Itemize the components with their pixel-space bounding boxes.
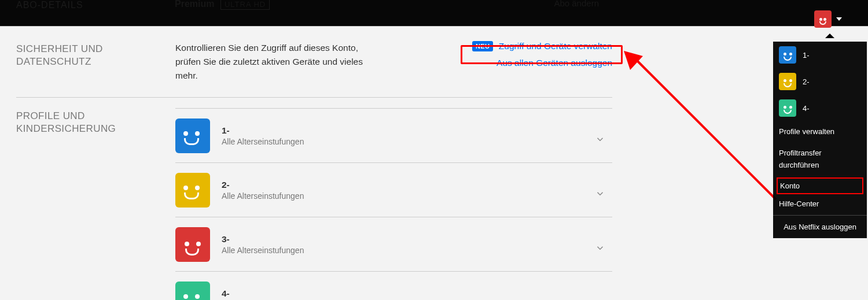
dropdown-profile-name: 2-	[803, 77, 810, 86]
plan-name: Premium	[175, 0, 214, 9]
chevron-down-icon	[595, 243, 605, 255]
profile-avatar-icon	[779, 73, 796, 90]
profile-rating-label: Alle Alterseinstufungen	[222, 246, 304, 255]
logout-link[interactable]: Aus Netflix ausloggen	[773, 216, 867, 238]
security-section-title: SICHERHEIT UND DATENSCHUTZ	[16, 41, 175, 83]
profile-menu-trigger[interactable]	[814, 10, 842, 28]
profile-avatar-icon	[175, 227, 210, 262]
security-section: SICHERHEIT UND DATENSCHUTZ Kontrollieren…	[16, 41, 612, 83]
help-center-link[interactable]: Hilfe-Center	[773, 196, 867, 215]
logout-all-devices-link[interactable]: Aus allen Geräten ausloggen	[496, 58, 612, 68]
profile-dropdown-menu: 1-2-4- Profile verwalten Profiltransfer …	[773, 42, 867, 238]
profile-avatar-icon	[779, 46, 796, 64]
dropdown-profile-name: 4-	[803, 104, 810, 113]
profile-rating-label: Alle Alterseinstufungen	[222, 191, 304, 201]
plan-badge: ULTRA HD	[220, 0, 270, 10]
dropdown-profile-item[interactable]: 2-	[773, 68, 867, 95]
profile-row[interactable]: 2-Alle Alterseinstufungen	[175, 163, 612, 217]
profile-row[interactable]: 4-Alle Alterseinstufungen	[175, 272, 612, 300]
profile-avatar-icon	[175, 282, 210, 300]
dropdown-profile-item[interactable]: 1-	[773, 42, 867, 68]
change-plan-link[interactable]: Abo ändern	[554, 0, 599, 8]
menu-pointer-icon	[825, 34, 834, 38]
profile-avatar-icon	[175, 173, 210, 208]
profile-name: 2-	[222, 180, 304, 190]
manage-access-link-row[interactable]: NEU Zugriff und Geräte verwalten	[472, 41, 612, 51]
dimmed-header: ABO-DETAILS Premium ULTRA HD Abo ändern	[0, 0, 868, 26]
plan-indicator: Premium ULTRA HD	[175, 0, 270, 10]
profile-avatar-icon	[175, 118, 210, 153]
manage-access-link[interactable]: Zugriff und Geräte verwalten	[499, 41, 612, 51]
abo-details-heading: ABO-DETAILS	[16, 0, 83, 10]
dropdown-profile-item[interactable]: 4-	[773, 95, 867, 121]
dropdown-profile-name: 1-	[803, 51, 810, 60]
profile-rating-label: Alle Alterseinstufungen	[222, 137, 304, 146]
profile-name: 1-	[222, 125, 304, 136]
manage-profiles-link[interactable]: Profile verwalten	[773, 121, 867, 143]
new-badge: NEU	[472, 41, 493, 51]
chevron-down-icon	[595, 297, 605, 300]
security-description: Kontrollieren Sie den Zugriff auf dieses…	[175, 41, 378, 83]
profile-name: 3-	[222, 234, 304, 245]
profile-row[interactable]: 3-Alle Alterseinstufungen	[175, 217, 612, 272]
section-divider	[16, 97, 612, 98]
profiles-section-title: PROFILE UND KINDERSICHERUNG	[16, 108, 175, 300]
transfer-profile-link[interactable]: Profiltransfer durchführen	[773, 143, 867, 176]
profiles-section: PROFILE UND KINDERSICHERUNG 1-Alle Alter…	[16, 108, 612, 300]
chevron-down-icon	[595, 134, 605, 147]
account-link[interactable]: Konto	[777, 177, 863, 194]
profile-row[interactable]: 1-Alle Alterseinstufungen	[175, 108, 612, 163]
profile-avatar-icon	[779, 99, 796, 117]
chevron-down-icon	[595, 188, 605, 201]
avatar-icon	[814, 10, 832, 28]
caret-down-icon	[836, 17, 842, 21]
profile-name: 4-	[222, 288, 304, 299]
